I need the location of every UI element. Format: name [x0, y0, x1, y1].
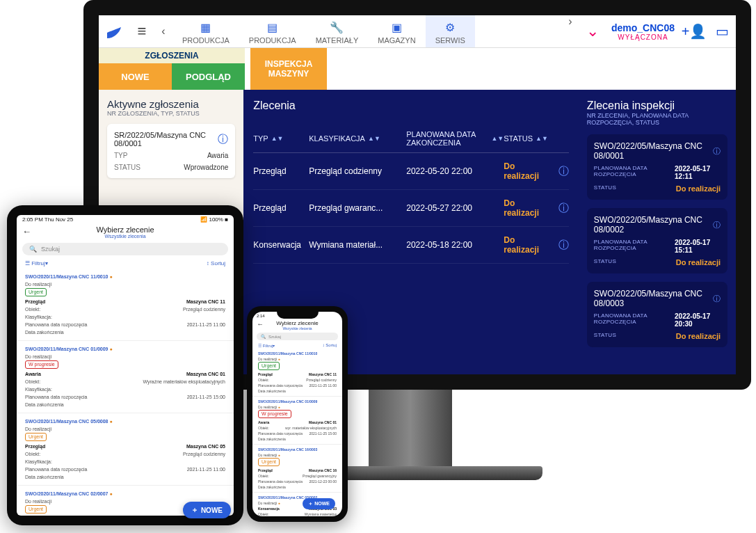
item-klas: Przegląd codzienny — [306, 377, 337, 383]
info-icon[interactable]: ⓘ — [218, 133, 228, 146]
search-icon: 🔍 — [261, 334, 266, 339]
item-machine: Maszyna CNC 16 — [309, 468, 337, 473]
status-badge: Urgent — [25, 288, 47, 296]
phone-search-input[interactable]: 🔍 Szukaj — [257, 333, 338, 340]
tablet-battery: 📶 100% ■ — [200, 216, 228, 223]
td-data: 2022-05-18 22:00 — [406, 240, 504, 250]
podglad-button[interactable]: PODGLĄD — [172, 63, 245, 90]
item-typ: Przegląd — [25, 299, 45, 304]
col-status[interactable]: STATUS — [504, 134, 533, 143]
td-status: Do realizacji — [504, 235, 548, 255]
list-item[interactable]: SWO/2020/11/Maszyna CNC 01/0009 ●Do real… — [17, 341, 234, 413]
tablet-search-input[interactable]: 🔍 Szukaj — [22, 243, 228, 255]
list-item[interactable]: SWO/2020/11/Maszyna CNC 11/0010 ●Do real… — [17, 269, 234, 341]
chat-button[interactable]: ▭ — [708, 23, 736, 40]
item-nr: SWO/2020/11/Maszyna CNC 11/0010 ● — [25, 273, 225, 280]
tab-label: MAGAZYN — [378, 36, 415, 45]
inspekcja-card[interactable]: SWO/2022/05/Maszyna CNC 08/0001ⓘPLANOWAN… — [587, 134, 727, 200]
status-label: STATUS — [114, 164, 140, 171]
phone-fab-new[interactable]: ＋ NOWE — [303, 498, 335, 509]
prev-tab-button[interactable]: ‹ — [154, 25, 172, 38]
inspekcja-card[interactable]: SWO/2022/05/Maszyna CNC 08/0003ⓘPLANOWAN… — [587, 282, 727, 347]
list-item[interactable]: SWO/2020/11/Maszyna CNC 16/0003Do realiz… — [252, 445, 342, 493]
info-icon[interactable]: ⓘ — [558, 165, 569, 177]
list-item[interactable]: SWO/2020/11/Maszyna CNC 11/0010Do realiz… — [252, 349, 342, 397]
table-row[interactable]: PrzeglądPrzegląd gwaranc...2022-05-27 22… — [253, 190, 569, 227]
info-icon[interactable]: ⓘ — [558, 202, 569, 214]
item-status: Do realizacji ● — [258, 452, 337, 458]
klas-label: Klasyfikacja: — [25, 315, 52, 319]
item-status: Do realizacji — [25, 353, 225, 360]
item-status: Do realizacji — [25, 280, 225, 288]
item-date: 2021-12-23 00:00 — [309, 479, 337, 484]
list-item[interactable]: SWO/2020/11/Maszyna CNC 05/0008 ●Do real… — [17, 413, 234, 486]
klas-label: Klasyfikacja: — [25, 459, 52, 464]
menu-icon[interactable]: ≡ — [129, 22, 154, 40]
tab-produkcja[interactable]: ▦PRODUKCJA — [172, 15, 239, 47]
search-icon: 🔍 — [29, 246, 37, 253]
status-badge: Urgent — [25, 505, 47, 514]
zak-label: Data zakończenia — [258, 484, 337, 490]
zgloszenie-card[interactable]: SR/2022/05/Maszyna CNC 08/0001 ⓘ TYP Awa… — [107, 124, 235, 178]
zlecenia-title: Zlecenia — [253, 100, 569, 112]
td-typ: Przegląd — [253, 166, 309, 176]
device-dropdown-icon[interactable]: ⌄ — [579, 22, 606, 40]
tab-produkcja[interactable]: ▤PRODUKCJA — [239, 15, 306, 47]
item-nr: SWO/2020/11/Maszyna CNC 01/0009 — [258, 399, 337, 404]
tab-label: PRODUKCJA — [182, 36, 230, 45]
table-row[interactable]: KonserwacjaWymiana materiał...2022-05-18… — [253, 227, 569, 264]
col-typ[interactable]: TYP — [253, 134, 268, 143]
sort-button[interactable]: ↕ Sortuj — [323, 343, 337, 348]
item-status: Do realizacji ● — [258, 356, 337, 362]
item-nr: SWO/2020/11/Maszyna CNC 01/0009 ● — [25, 345, 225, 353]
tab-serwis[interactable]: ⚙SERWIS — [426, 15, 475, 47]
item-status: Do realizacji ● — [258, 404, 337, 410]
tab-magazyn[interactable]: ▣MAGAZYN — [368, 15, 425, 47]
table-row[interactable]: PrzeglądPrzegląd codzienny2022-05-20 22:… — [253, 153, 569, 190]
info-icon[interactable]: ⓘ — [713, 146, 721, 157]
back-icon[interactable]: ← — [257, 320, 264, 328]
date-value: 2022-05-17 15:11 — [675, 239, 721, 254]
obiekt-label: Obiekt: — [25, 379, 40, 384]
td-status: Do realizacji — [504, 161, 548, 181]
date-value: 2022-05-17 20:30 — [675, 312, 721, 328]
device-selector[interactable]: demo_CNC08 WYŁĄCZONA — [606, 19, 680, 44]
info-icon[interactable]: ⓘ — [558, 239, 569, 250]
sort-button[interactable]: ↕ Sortuj — [207, 260, 225, 266]
filter-button[interactable]: ☰ Filtruj▾ — [258, 343, 275, 348]
obiekt-label: Obiekt: — [258, 426, 269, 430]
item-typ: Przegląd — [25, 444, 45, 449]
inspekcja-button[interactable]: INSPEKCJA MASZYNY — [250, 48, 327, 90]
tablet-header: ← Wybierz zlecenie Wszystkie zlecenia — [17, 224, 234, 240]
phone-subtitle: Wszystkie zlecenia — [252, 326, 342, 331]
back-icon[interactable]: ← — [22, 226, 31, 237]
tablet-fab-new[interactable]: ＋ NOWE — [183, 502, 231, 516]
filter-button[interactable]: ☰ Filtruj▾ — [25, 260, 48, 266]
nowe-button[interactable]: NOWE — [99, 63, 172, 90]
list-item[interactable]: SWO/2020/11/Maszyna CNC 01/0009Do realiz… — [252, 397, 342, 445]
info-icon[interactable]: ⓘ — [713, 220, 721, 230]
td-status: Do realizacji — [504, 198, 548, 218]
left-subtitle: NR ZGŁOSZENIA, TYP, STATUS — [107, 110, 235, 117]
td-klas: Wymiana materiał... — [309, 240, 406, 250]
col-klasyfikacja[interactable]: KLASYFIKACJA — [309, 134, 365, 143]
item-machine: Maszyna CNC 01 — [309, 420, 337, 425]
tab-materiały[interactable]: 🔧MATERIAŁY — [306, 15, 369, 47]
inspekcja-card[interactable]: SWO/2022/05/Maszyna CNC 08/0002ⓘPLANOWAN… — [587, 208, 727, 273]
date-label: PLANOWANA DATA ROZPOCZĘCIA — [594, 239, 675, 254]
item-typ: Awaria — [25, 372, 41, 376]
td-klas: Przegląd codzienny — [309, 166, 406, 176]
add-user-button[interactable]: +👤 — [680, 23, 708, 40]
phone-notch — [277, 312, 319, 319]
status-label: STATUS — [594, 332, 616, 340]
info-icon[interactable]: ⓘ — [713, 294, 721, 304]
next-tab-button[interactable]: › — [561, 15, 579, 47]
date-label: Planowana data rozpoczęcia — [258, 479, 303, 484]
device-name: demo_CNC08 — [611, 22, 675, 33]
td-data: 2022-05-27 22:00 — [406, 203, 504, 213]
col-data[interactable]: PLANOWANA DATA ZAKOŃCZENIA — [406, 130, 488, 147]
item-nr: SWO/2020/11/Maszyna CNC 11/0010 — [258, 351, 337, 356]
inspekcje-title: Zlecenia inspekcji — [587, 100, 727, 112]
sub-nav: ZGŁOSZENIA NOWE PODGLĄD INSPEKCJA MASZYN… — [99, 48, 736, 90]
card-nr: SR/2022/05/Maszyna CNC 08/0001 — [114, 131, 218, 148]
